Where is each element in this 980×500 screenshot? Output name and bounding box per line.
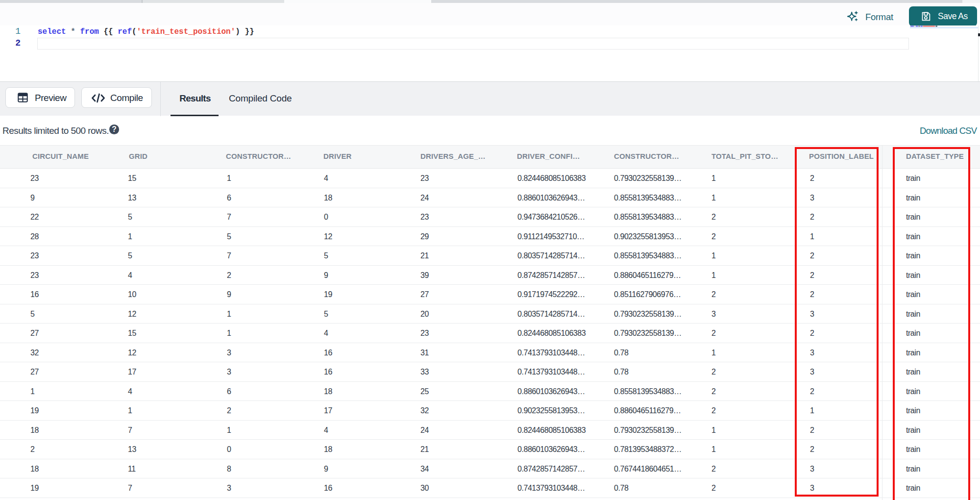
svg-text:?: ? [112,125,117,133]
